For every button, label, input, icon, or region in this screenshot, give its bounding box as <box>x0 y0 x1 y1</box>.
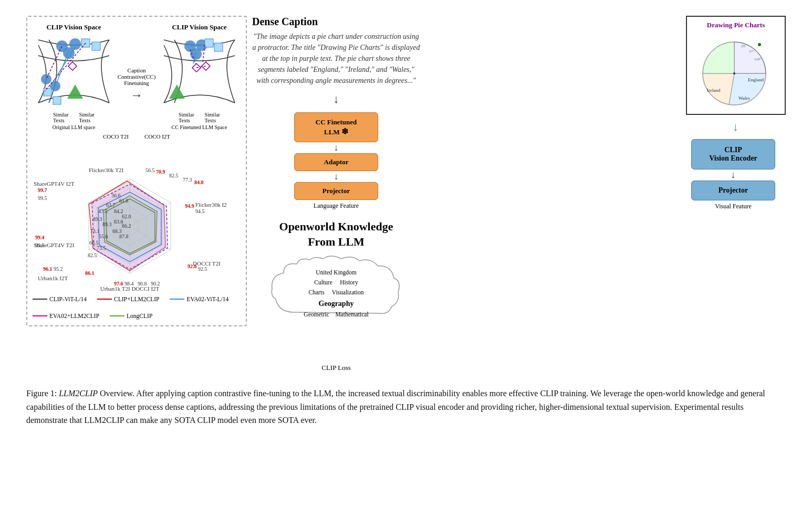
figure-caption: Figure 1: LLM2CLIP Overview. After apply… <box>26 387 786 427</box>
similar-texts-label-4: SimilarTexts <box>205 112 220 123</box>
svg-text:62.0: 62.0 <box>122 214 131 219</box>
svg-text:DOCCI T2I: DOCCI T2I <box>193 260 221 267</box>
svg-text:70.9: 70.9 <box>156 169 165 175</box>
caption-body: Overview. After applying caption contras… <box>26 389 765 425</box>
projector-box: Projector <box>294 182 378 200</box>
visual-feature-label: Visual Feature <box>691 203 775 210</box>
coco-labels: COCO T2I COCO I2T <box>33 133 241 140</box>
svg-text:17°: 17° <box>749 49 754 54</box>
arrow-from-pie: ↓ <box>425 120 786 134</box>
clip-spaces: CLIP Vision Space <box>33 23 241 130</box>
svg-text:56.5: 56.5 <box>145 167 155 173</box>
svg-point-95 <box>758 43 761 46</box>
similar-texts-label-2: SimilarTexts <box>79 112 95 123</box>
cloud-charts-viz: Charts Visualization <box>309 288 364 298</box>
svg-text:99.7: 99.7 <box>38 187 47 193</box>
legend-clip-llm2clip: CLIP+LLM2CLIP <box>97 296 159 302</box>
svg-rect-4 <box>92 42 100 50</box>
clip-space-left-title: CLIP Vision Space <box>46 23 101 31</box>
clip-space-left: CLIP Vision Space <box>33 23 114 130</box>
svg-text:Ireland: Ireland <box>707 88 721 93</box>
svg-text:Flicker30k I2T: Flicker30k I2T <box>195 202 227 208</box>
legend-longclip: LongCLIP <box>110 313 152 319</box>
svg-text:99.5: 99.5 <box>38 195 47 201</box>
clip-vision-encoder-box: CLIPVision Encoder <box>691 139 775 169</box>
pie-chart-box: Drawing Pie Charts <box>686 16 786 115</box>
legend-label-eva02-llm: EVA02+LLM2CLIP <box>49 313 99 319</box>
svg-text:73.1: 73.1 <box>90 228 100 234</box>
knowledge-title: Openworld KnowledgeFrom LLM <box>279 219 393 249</box>
caption-italic-name: LLM2CLIP <box>59 389 98 398</box>
svg-rect-19 <box>214 43 223 51</box>
svg-text:89.3: 89.3 <box>102 221 112 227</box>
legend-label-clip-llm: CLIP+LLM2CLIP <box>114 296 159 302</box>
svg-rect-8 <box>44 88 51 96</box>
legend-eva02: EVA02-ViT-L/14 <box>170 296 228 302</box>
svg-text:25°: 25° <box>741 44 746 48</box>
radar-chart: 70.9 56.5 82.5 77.3 84.0 94.9 94.5 99.7 … <box>33 145 227 292</box>
similar-texts-label-3: SimilarTexts <box>179 112 194 123</box>
svg-text:82.5: 82.5 <box>169 173 179 178</box>
svg-marker-22 <box>169 84 185 99</box>
svg-text:55.6: 55.6 <box>99 234 108 239</box>
space-left-labels: SimilarTexts SimilarTexts <box>53 112 95 123</box>
legend-line-clip-llm <box>97 299 112 300</box>
figure-container: CLIP Vision Space <box>26 16 786 427</box>
original-llm-label: Original LLM space <box>53 124 96 130</box>
legend-eva02-llm2clip: EVA02+LLM2CLIP <box>33 313 99 319</box>
cloud-content: United Kingdom Culture History Charts Vi… <box>268 259 404 328</box>
flow-column: CC FinetunedLLM ❄ ↓ Adaptor ↓ Projector … <box>252 112 420 210</box>
flow-arrow-3: ↓ <box>691 169 775 181</box>
cloud-geography: Geography <box>319 298 354 310</box>
space-right-labels: SimilarTexts SimilarTexts <box>179 112 220 123</box>
coco-i2t: COCO I2T <box>144 133 170 140</box>
legend-line-eva02-llm <box>33 315 47 316</box>
svg-text:92.5: 92.5 <box>198 266 207 272</box>
svg-text:ShareGPT4V T2I: ShareGPT4V T2I <box>34 242 75 248</box>
right-arrow-icon: → <box>130 88 143 102</box>
figure-top: CLIP Vision Space <box>26 16 786 372</box>
legend-line-longclip <box>110 315 124 316</box>
caption-prefix: Figure 1: <box>26 389 59 398</box>
svg-text:94.9: 94.9 <box>185 203 194 209</box>
radar-section: 70.9 56.5 82.5 77.3 84.0 94.9 94.5 99.7 … <box>33 145 241 319</box>
svg-text:61.8: 61.8 <box>119 198 129 204</box>
flow-arrow-1: ↓ <box>334 142 339 153</box>
legend-section: CLIP-ViT-L/14 CLIP+LLM2CLIP EVA02-ViT-L/… <box>33 296 241 319</box>
dense-caption-text: "The image depicts a pie chart under con… <box>252 31 420 86</box>
svg-marker-10 <box>67 84 83 99</box>
svg-text:86.2: 86.2 <box>122 223 131 229</box>
svg-text:73.5: 73.5 <box>97 245 106 251</box>
clip-space-right-title: CLIP Vision Space <box>172 23 226 31</box>
svg-text:86.1: 86.1 <box>85 270 95 276</box>
svg-rect-18 <box>205 39 213 47</box>
coco-t2i: COCO T2I <box>103 133 129 140</box>
svg-text:47.5: 47.5 <box>98 208 108 214</box>
svg-text:77.3: 77.3 <box>183 177 192 183</box>
projector-box-right: Projector <box>691 181 775 200</box>
cc-finetuned-label: CC Finetuned LLM Space <box>172 124 227 130</box>
arrow-caption: CaptionContrastive(CC)Finetuning <box>118 67 156 86</box>
legend-label-clip: CLIP-ViT-L/14 <box>49 296 87 302</box>
svg-text:Wales: Wales <box>738 96 750 101</box>
clip-space-right: CLIP Vision Space <box>159 23 240 130</box>
svg-text:94.5: 94.5 <box>195 208 205 214</box>
clip-space-right-diagram <box>159 35 240 111</box>
svg-text:87.8: 87.8 <box>119 234 129 239</box>
svg-text:89.3: 89.3 <box>93 216 102 222</box>
clip-space-left-diagram <box>33 35 114 111</box>
svg-rect-9 <box>53 97 61 104</box>
svg-text:Flicker30k T2I: Flicker30k T2I <box>89 167 123 173</box>
svg-text:63.7: 63.7 <box>106 202 116 208</box>
legend-label-eva02: EVA02-ViT-L/14 <box>186 296 228 302</box>
arrow-middle: CaptionContrastive(CC)Finetuning → <box>116 51 158 102</box>
legend-clip-vitl14: CLIP-ViT-L/14 <box>33 296 87 302</box>
svg-point-88 <box>733 72 735 75</box>
cc-finetuned-llm-box: CC FinetunedLLM ❄ <box>294 112 378 142</box>
svg-text:82.5: 82.5 <box>88 252 97 258</box>
language-feature-label: Language Feature <box>314 202 359 210</box>
clip-encoder-flow: CLIPVision Encoder ↓ Projector Visual Fe… <box>425 139 786 210</box>
dense-caption-section: Dense Caption "The image depicts a pie c… <box>252 16 420 86</box>
svg-text:ShareGPT4V I2T: ShareGPT4V I2T <box>34 181 75 187</box>
svg-line-23 <box>196 66 206 68</box>
